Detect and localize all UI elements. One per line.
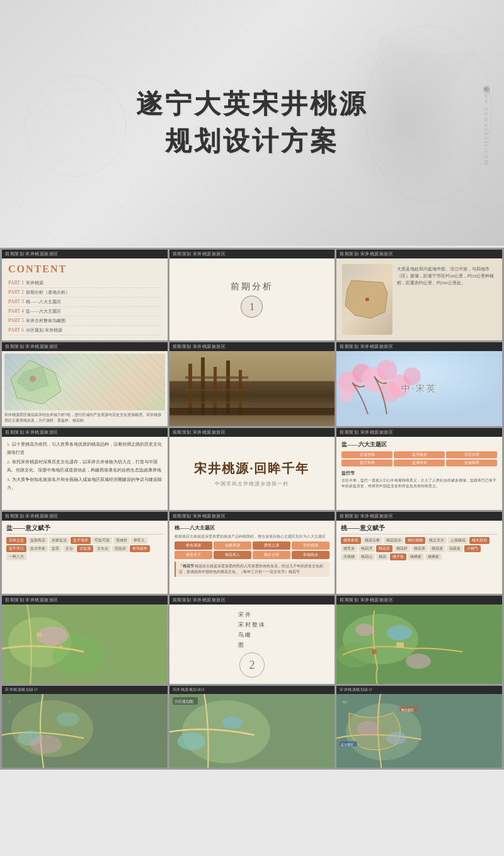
hero-title: 遂宁大英宋井桃源 规划设计方案 [136, 86, 368, 160]
feature-body: 宋井桃源·回眸千年 中国宋风古井桃源乡游第一村 [169, 437, 335, 510]
theme-7: 桃木古样 [253, 551, 290, 559]
mtag-13: 古丸台 [94, 545, 111, 552]
slide-header-text-2: 前期策划 宋井桃源旅游区 [173, 251, 226, 257]
svg-point-36 [406, 654, 431, 669]
slide-header-12: 前期策划 宋井桃源旅游区 [336, 512, 502, 521]
svg-point-38 [372, 649, 377, 654]
flowers-photo: 中·宋英 [336, 351, 502, 426]
peach-themes-grid: 春色满源 仙桃寿源 爱情之源 世外桃源 桃李天下 桃花美人 桃木古样 幸福桃乡 [175, 541, 330, 559]
pmtag-19: 桃子鱼 [390, 553, 406, 560]
aerial-svg-2 [336, 604, 502, 684]
hero-section: 遂宁大英宋井桃源 规划设计方案 手物网 www.yuwusheji.com [0, 0, 504, 246]
aerial-view-2 [336, 604, 502, 684]
svg-point-24 [380, 382, 400, 402]
section2-slide[interactable]: 前期策划 宋井桃源旅游区 宋井 宋村整体 鸟瞰 图 2 [169, 596, 335, 684]
map-text-slide[interactable]: 前期策划 宋井桃源旅游区 大英县地处四川盆地中部、涪江中游，与四地市（区）接壤，… [336, 250, 502, 340]
village-paths [4, 354, 165, 410]
pmtag-8: 桃李乡 [341, 545, 357, 552]
content-item-2: PART 2前期分析（基地分析） [8, 288, 161, 298]
slide-header-text-13: 前期策划 宋井桃源旅游区 [5, 597, 59, 603]
salt-theme-slide[interactable]: 前期策划 宋井桃源旅游区 盐——六大主题区 古道丝路 盐湾族史 活态古井 盐疗热… [336, 428, 502, 510]
svg-text:↑: ↑ [8, 699, 11, 705]
salt-theme-body: 盐——六大主题区 古道丝路 盐湾族史 活态古井 盐疗热养 盐满市井 盐旅颐养 盐… [336, 437, 502, 510]
text-item-1: 1.以十里桃花为依托，引入世界各地优质的桃花品种，沿着丝绸之路的历史文化脉络打造 [7, 441, 163, 456]
theme-3: 爱情之源 [253, 541, 290, 550]
wooden-slide[interactable]: 前期策划 宋井桃源旅游区 [169, 342, 335, 426]
peach-theme-body: 桃——八大主题区 根据项目古就就是深度喜爱的旅游产品种植面积，整合该项目核心主题… [169, 521, 335, 594]
aerial-map-1: 分区规划 [2, 604, 168, 684]
village-map-image [4, 354, 165, 410]
svg-point-48 [222, 716, 243, 729]
text-item-2: 2.依托宋井桃源对深厚历史文化遗存，以宋井古井体验为切入点，打造与中国风、丝路文… [7, 458, 163, 474]
tag-yanwan: 盐湾族史 [394, 451, 445, 458]
text-item-3: 3.为大英争创知名旅游名片和全面融入成渝地区双城经济圈建设的争议与建设能力。 [7, 476, 163, 492]
slide-header-text-14: 前期策划 宋井桃源旅游区 [173, 597, 226, 603]
tag-yanlu: 盐疗热养 [341, 460, 392, 466]
slide-header-5: 前期策划 宋井桃源旅游区 [169, 342, 335, 351]
svg-rect-15 [169, 408, 335, 415]
mtag-7: 带匠人 [131, 537, 147, 544]
section2-end: 图 [238, 641, 266, 649]
text-list-slide[interactable]: 前期策划 宋井桃源旅游区 1.以十里桃花为依托，引入世界各地优质的桃花品种，沿着… [2, 428, 168, 510]
pmtag-14: 花疏鱼 [447, 545, 463, 552]
mtag-6: 营城市 [113, 537, 130, 544]
content-item-4: PART 4盐——六大主题区 [8, 307, 161, 316]
pmtag-15: 小桃气 [464, 545, 481, 552]
pmtag-7: 桃木辟邪 [469, 537, 490, 544]
pmtag-5: 桃之夭夭 [427, 537, 447, 544]
slide-header-text-6: 前期策划 宋井桃源旅游区 [340, 344, 393, 350]
svg-point-46 [182, 700, 270, 763]
svg-text:盐主题区: 盐主题区 [341, 743, 353, 746]
text-list: 1.以十里桃花为依托，引入世界各地优质的桃花品种，沿着丝绸之路的历史文化脉络打造… [7, 441, 163, 492]
svg-text:N↑: N↑ [343, 700, 348, 705]
analysis-slide[interactable]: 前期策划 宋井桃源旅游区 前期分析 1 [169, 250, 335, 340]
pmtag-11: 桃花村 [394, 545, 410, 552]
feature-slide[interactable]: 前期策划 宋井桃源旅游区 宋井桃源·回眸千年 中国宋风古井桃源乡游第一村 [169, 428, 335, 510]
salt-tags-grid: 古道丝路 盐湾族史 活态古井 盐疗热养 盐满市井 盐旅颐养 [341, 451, 497, 466]
pmtag-2: 桃花古桥 [362, 537, 382, 544]
theme-5: 桃李天下 [175, 551, 212, 559]
salt-meaning-slide[interactable]: 前期策划 宋井桃源旅游区 盐——意义赋予 百味之盐 盐肤商店 农家盐活 盐子母井… [2, 512, 168, 594]
pmtag-4: 桃红桃柳 [405, 537, 425, 544]
village-map-slide[interactable]: 前期策划 宋井桃源旅游区 宋井桃源景区规划采宋结合井镇六村7组，进行区域内产业资… [2, 342, 168, 426]
salt-meaning-body: 盐——意义赋予 百味之盐 盐肤商店 农家盐活 盐子母井 可盐可甜 营城市 带匠人… [2, 521, 168, 594]
analysis-title: 前期分析 [231, 281, 273, 292]
map-body: 大英县地处四川盆地中部、涪江中游，与四地市（区）接壤，距遂宁市区约30公里，约2… [336, 258, 502, 340]
salt-theme-title: 盐——六大主题区 [341, 441, 497, 449]
svg-rect-37 [396, 642, 404, 647]
svg-point-53 [357, 721, 379, 736]
content-item-3: PART 3桃——八大主题区 [8, 298, 161, 307]
pmtag-3: 桃花流水 [384, 537, 404, 544]
mtag-10: 盐茶 [49, 545, 62, 552]
section2-number: 2 [239, 652, 265, 678]
flowers-slide[interactable]: 前期策划 宋井桃源旅游区 [336, 342, 502, 426]
pmtag-16: 乐桃桃 [341, 553, 357, 560]
mtag-11: 古台 [63, 545, 76, 552]
pmtag-12: 桃花弄 [411, 545, 428, 552]
peach-theme-slide[interactable]: 前期策划 宋井桃源旅游区 桃——八大主题区 根据项目古就就是深度喜爱的旅游产品种… [169, 512, 335, 594]
aerial-map1-slide[interactable]: 前期策划 宋井桃源旅游区 分区规划 [2, 596, 168, 684]
theme-6: 桃花美人 [214, 551, 251, 559]
peach-subtitle: 根据项目古就就是深度喜爱的旅游产品种植面积，整合该项目核心主题区划分为八大主题区 [175, 534, 330, 539]
pmtag-10: 桃花坊 [376, 545, 392, 552]
analysis-body: 前期分析 1 [169, 258, 335, 340]
feature-sub-title: 中国宋风古井桃源乡游第一村 [215, 480, 289, 487]
content-item-6: PART 6分区规划 宋井桃源 [8, 326, 161, 335]
svg-point-5 [30, 376, 36, 382]
pmtag-13: 桃花道 [429, 545, 445, 552]
bottom-map-2: 分区规划图 宋村 [169, 694, 335, 768]
slide-header-4: 前期策划 宋井桃源旅游区 [2, 342, 168, 351]
theme-4: 世外桃源 [292, 541, 329, 550]
wooden-photo [169, 351, 335, 426]
slide-header-13: 前期策划 宋井桃源旅游区 [2, 596, 168, 604]
tag-yanman: 盐满市井 [394, 460, 445, 466]
aerial-map2-slide[interactable]: 前期策划 宋井桃源旅游区 [336, 596, 502, 684]
slide-header-text-11: 前期策划 宋井桃源旅游区 [173, 513, 226, 519]
bottom-map1-slide[interactable]: 宋井桃源规划设计 ↑ 宋村 [2, 686, 168, 768]
feature-main-title: 宋井桃源·回眸千年 [194, 460, 309, 477]
peach-meaning-slide[interactable]: 前期策划 宋井桃源旅游区 桃——意义赋予 桃李春英 桃花古桥 桃花流水 桃红桃柳… [336, 512, 502, 594]
bottom-map3-slide[interactable]: 宋井桃源规划设计 N↑ 桃主题区 盐主题区 [336, 686, 502, 768]
content-slide[interactable]: 前期策划 宋井桃源旅游区 CONTENT PART 1宋井桃源 PART 2前期… [2, 250, 168, 340]
slide-header-18: 宋井桃源规划设计 [336, 686, 502, 694]
bottom-map2-slide[interactable]: 宋井桃源规划设计 分区规划图 宋村 [169, 686, 335, 768]
